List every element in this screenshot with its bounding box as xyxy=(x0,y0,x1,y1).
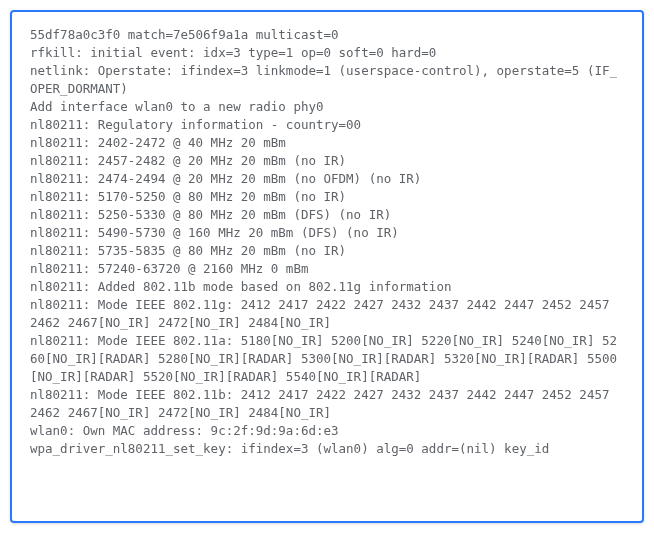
terminal-window: 55df78a0c3f0 match=7e506f9a1a multicast=… xyxy=(10,10,644,523)
terminal-log-output[interactable]: 55df78a0c3f0 match=7e506f9a1a multicast=… xyxy=(30,26,624,458)
